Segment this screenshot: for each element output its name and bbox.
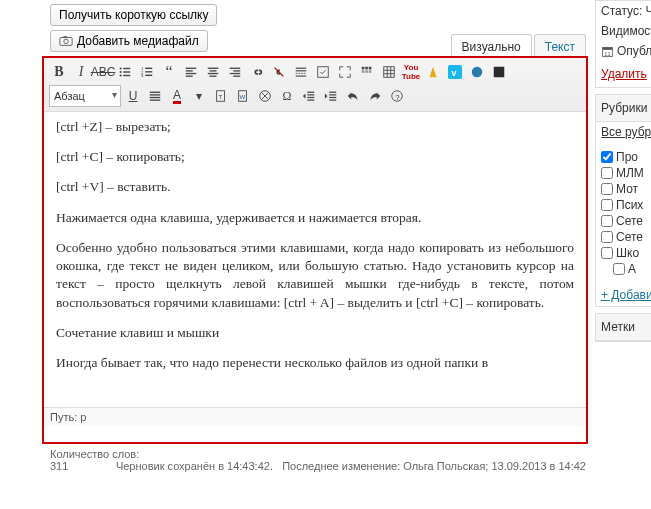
plugin-blue-icon[interactable] bbox=[467, 62, 487, 82]
more-button[interactable] bbox=[291, 62, 311, 82]
number-list-button[interactable]: 123 bbox=[137, 62, 157, 82]
svg-rect-47 bbox=[494, 67, 505, 78]
category-checkbox[interactable] bbox=[601, 151, 613, 163]
svg-rect-28 bbox=[296, 68, 307, 69]
add-category-link[interactable]: + Добави bbox=[596, 284, 651, 306]
indent-button[interactable] bbox=[321, 86, 341, 106]
svg-rect-12 bbox=[145, 71, 152, 72]
italic-button[interactable]: I bbox=[71, 62, 91, 82]
svg-text:T: T bbox=[218, 93, 222, 100]
svg-rect-8 bbox=[123, 75, 130, 76]
redo-button[interactable] bbox=[365, 86, 385, 106]
svg-rect-68 bbox=[603, 47, 613, 49]
remove-format-button[interactable] bbox=[255, 86, 275, 106]
svg-rect-51 bbox=[150, 100, 161, 101]
category-checkbox[interactable] bbox=[601, 183, 613, 195]
category-checkbox[interactable] bbox=[613, 263, 625, 275]
category-label: МЛМ bbox=[616, 166, 644, 180]
svg-text:?: ? bbox=[395, 93, 400, 102]
delete-link[interactable]: Удалить bbox=[596, 61, 651, 87]
category-item[interactable]: Сете bbox=[601, 230, 646, 244]
category-label: Про bbox=[616, 150, 638, 164]
paste-text-button[interactable]: T bbox=[211, 86, 231, 106]
align-left-button[interactable] bbox=[181, 62, 201, 82]
category-item[interactable]: Мот bbox=[601, 182, 646, 196]
svg-rect-62 bbox=[329, 94, 336, 95]
svg-rect-49 bbox=[150, 94, 161, 95]
svg-rect-19 bbox=[208, 68, 219, 69]
underline-button[interactable]: U bbox=[123, 86, 143, 106]
align-center-button[interactable] bbox=[203, 62, 223, 82]
svg-rect-59 bbox=[307, 97, 314, 98]
format-select[interactable]: Абзац bbox=[49, 85, 121, 107]
category-checkbox[interactable] bbox=[601, 247, 613, 259]
spellcheck-button[interactable] bbox=[313, 62, 333, 82]
svg-rect-0 bbox=[60, 38, 72, 46]
category-checkbox[interactable] bbox=[601, 231, 613, 243]
word-count-label: Количество слов: bbox=[50, 448, 139, 460]
aweber-icon[interactable] bbox=[423, 62, 443, 82]
align-right-button[interactable] bbox=[225, 62, 245, 82]
unlink-button[interactable] bbox=[269, 62, 289, 82]
svg-rect-33 bbox=[362, 67, 365, 70]
bullet-list-button[interactable] bbox=[115, 62, 135, 82]
link-button[interactable] bbox=[247, 62, 267, 82]
category-label: Мот bbox=[616, 182, 638, 196]
category-item[interactable]: Сете bbox=[601, 214, 646, 228]
svg-rect-14 bbox=[145, 75, 152, 76]
blockquote-button[interactable]: “ bbox=[159, 62, 179, 82]
text-color-button[interactable]: A bbox=[167, 86, 187, 106]
rubriki-list: Про МЛМ Мот Псих Сете Сете Шко А bbox=[596, 142, 651, 284]
align-justify-button[interactable] bbox=[145, 86, 165, 106]
editor-footer-info: Количество слов: Черновик сохранён в 14:… bbox=[50, 448, 586, 472]
svg-rect-25 bbox=[230, 73, 241, 74]
svg-rect-26 bbox=[233, 76, 240, 77]
svg-text:W: W bbox=[240, 93, 246, 100]
svg-rect-38 bbox=[369, 70, 372, 73]
add-media-label: Добавить медиафайл bbox=[77, 34, 199, 48]
content-line: Иногда бывает так, что надо перенести не… bbox=[56, 354, 574, 372]
bold-button[interactable]: B bbox=[49, 62, 69, 82]
svg-rect-16 bbox=[186, 70, 193, 71]
svg-rect-15 bbox=[186, 68, 197, 69]
editor-content[interactable]: [ctrl +Z] – вырезать; [ctrl +C] – копиро… bbox=[44, 112, 586, 407]
help-button[interactable]: ? bbox=[387, 86, 407, 106]
category-item[interactable]: Про bbox=[601, 150, 646, 164]
category-label: А bbox=[628, 262, 636, 276]
content-line: [ctrl +V] – вставить. bbox=[56, 178, 574, 196]
get-shortlink-button[interactable]: Получить короткую ссылку bbox=[50, 4, 217, 26]
category-checkbox[interactable] bbox=[601, 167, 613, 179]
vimeo-button[interactable]: v bbox=[445, 62, 465, 82]
content-line: Особенно удобно пользоваться этими клави… bbox=[56, 239, 574, 312]
svg-rect-20 bbox=[210, 70, 217, 71]
add-media-button[interactable]: Добавить медиафайл bbox=[50, 30, 208, 52]
youtube-button[interactable]: YouTube bbox=[401, 62, 421, 82]
outdent-button[interactable] bbox=[299, 86, 319, 106]
plugin-dark-icon[interactable] bbox=[489, 62, 509, 82]
svg-rect-63 bbox=[329, 97, 336, 98]
special-char-button[interactable]: Ω bbox=[277, 86, 297, 106]
rubriki-tab-all[interactable]: Все рубр bbox=[596, 122, 651, 142]
undo-button[interactable] bbox=[343, 86, 363, 106]
strikethrough-button[interactable]: ABC bbox=[93, 62, 113, 82]
format-select-label: Абзац bbox=[54, 90, 85, 102]
svg-text:3: 3 bbox=[141, 73, 144, 78]
color-dropdown-button[interactable]: ▾ bbox=[189, 86, 209, 106]
category-item[interactable]: МЛМ bbox=[601, 166, 646, 180]
fullscreen-button[interactable] bbox=[335, 62, 355, 82]
svg-rect-21 bbox=[208, 73, 219, 74]
category-item[interactable]: А bbox=[613, 262, 646, 276]
category-checkbox[interactable] bbox=[601, 215, 613, 227]
svg-rect-18 bbox=[186, 76, 193, 77]
category-item[interactable]: Псих bbox=[601, 198, 646, 212]
kitchen-sink-button[interactable] bbox=[357, 62, 377, 82]
svg-point-3 bbox=[120, 67, 122, 69]
editor-path: Путь: p bbox=[44, 407, 586, 426]
svg-rect-2 bbox=[63, 36, 67, 38]
calendar-icon: 11 bbox=[601, 45, 614, 58]
paste-word-button[interactable]: W bbox=[233, 86, 253, 106]
category-label: Шко bbox=[616, 246, 639, 260]
category-checkbox[interactable] bbox=[601, 199, 613, 211]
table-button[interactable] bbox=[379, 62, 399, 82]
category-item[interactable]: Шко bbox=[601, 246, 646, 260]
